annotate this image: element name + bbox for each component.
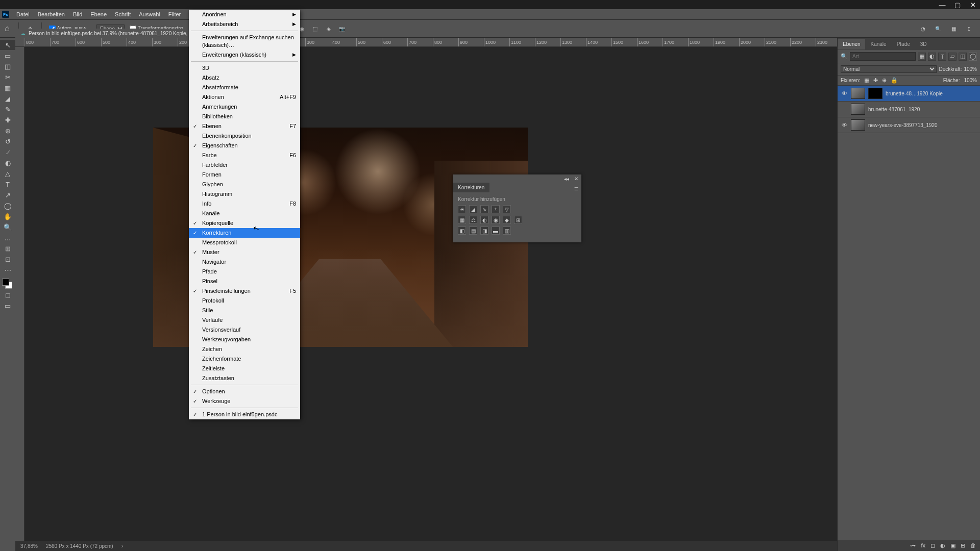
share-icon[interactable]: ↥ bbox=[965, 24, 973, 33]
panel-tab-pfade[interactable]: Pfade bbox=[892, 39, 915, 49]
levels-icon[interactable]: ◢ bbox=[469, 205, 477, 213]
gradient-map-icon[interactable]: ▬ bbox=[492, 227, 500, 235]
menu-item-navigator[interactable]: Navigator bbox=[189, 257, 300, 267]
tool-6[interactable]: ✎ bbox=[0, 104, 15, 114]
link-layers-icon[interactable]: ⊶ bbox=[910, 542, 916, 549]
3d-camera-icon[interactable]: 📷 bbox=[338, 24, 346, 33]
close-panel-icon[interactable]: ✕ bbox=[574, 176, 578, 182]
menu-item-1-person-in-bild-einf-gen-psdc[interactable]: ✓1 Person in bild einfügen.psdc bbox=[189, 410, 300, 419]
menu-item-farbfelder[interactable]: Farbfelder bbox=[189, 160, 300, 170]
search-icon[interactable]: 🔍 bbox=[934, 24, 942, 33]
menu-ebene[interactable]: Ebene bbox=[86, 10, 111, 19]
menu-item-pinsel[interactable]: Pinsel bbox=[189, 277, 300, 286]
panel-menu-icon[interactable]: ≡ bbox=[574, 185, 578, 193]
color-balance-icon[interactable]: ⚖ bbox=[469, 216, 477, 224]
menu-item-anmerkungen[interactable]: Anmerkungen bbox=[189, 102, 300, 112]
tool-21[interactable]: ⋯ bbox=[0, 265, 15, 275]
menu-item-arbeitsbereich[interactable]: Arbeitsbereich▶ bbox=[189, 19, 300, 29]
tool-3[interactable]: ✂ bbox=[0, 72, 15, 82]
menu-item-messprotokoll[interactable]: Messprotokoll bbox=[189, 238, 300, 247]
tool-4[interactable]: ▦ bbox=[0, 83, 15, 93]
lock-position-icon[interactable]: ✚ bbox=[873, 77, 878, 84]
workspace-icon[interactable]: ▦ bbox=[949, 24, 958, 33]
panel-tab-kanäle[interactable]: Kanäle bbox=[865, 39, 891, 49]
3d-icon[interactable]: ⬚ bbox=[311, 24, 320, 33]
collapse-panel-icon[interactable]: ◂◂ bbox=[564, 176, 569, 182]
lock-pixels-icon[interactable]: ▦ bbox=[864, 77, 869, 84]
ruler-origin[interactable] bbox=[15, 38, 24, 47]
menu-item-info[interactable]: InfoF8 bbox=[189, 199, 300, 209]
filter-type-icon[interactable]: T bbox=[938, 53, 946, 61]
menu-item-muster[interactable]: ✓Muster bbox=[189, 247, 300, 257]
menu-item-ebenenkomposition[interactable]: Ebenenkomposition bbox=[189, 131, 300, 141]
menu-item-absatz[interactable]: Absatz bbox=[189, 73, 300, 83]
tool-2[interactable]: ◫ bbox=[0, 61, 15, 71]
maximize-button[interactable]: ▢ bbox=[954, 2, 961, 8]
filter-search-icon[interactable]: 🔍 bbox=[841, 53, 848, 60]
menu-item-optionen[interactable]: ✓Optionen bbox=[189, 387, 300, 396]
menu-item-erweiterungen-auf-exchange-suchen-klassisch-[interactable]: Erweiterungen auf Exchange suchen (klass… bbox=[189, 33, 300, 50]
foreground-color[interactable] bbox=[2, 279, 9, 286]
menu-bearbeiten[interactable]: Bearbeiten bbox=[34, 10, 69, 19]
layer-thumbnail[interactable] bbox=[851, 119, 865, 131]
layer-name[interactable]: brunette-48…1920 Kopie bbox=[886, 91, 943, 96]
blend-mode-select[interactable]: Normal bbox=[841, 65, 937, 73]
quick-mask-icon[interactable]: ◻ bbox=[0, 290, 15, 300]
tool-1[interactable]: ▭ bbox=[0, 51, 15, 61]
selective-color-icon[interactable]: ▥ bbox=[503, 227, 511, 235]
tool-7[interactable]: ✚ bbox=[0, 115, 15, 125]
exposure-icon[interactable]: ± bbox=[492, 205, 500, 213]
adjustments-tab[interactable]: Korrekturen bbox=[453, 183, 489, 192]
invert-icon[interactable]: ◧ bbox=[458, 227, 466, 235]
layer-mask-thumbnail[interactable] bbox=[868, 88, 883, 99]
filter-pixel-icon[interactable]: ▦ bbox=[918, 53, 926, 61]
delete-layer-icon[interactable]: 🗑 bbox=[970, 542, 976, 548]
menu-auswahl[interactable]: Auswahl bbox=[135, 10, 164, 19]
layer-name[interactable]: new-years-eve-3897713_1920 bbox=[868, 122, 938, 128]
home-icon[interactable]: ⌂ bbox=[3, 24, 11, 33]
tool-13[interactable]: T bbox=[0, 179, 15, 189]
tool-20[interactable]: ⊡ bbox=[0, 254, 15, 264]
cloud-docs-icon[interactable]: ◔ bbox=[919, 24, 927, 33]
menu-item-zeichenformate[interactable]: Zeichenformate bbox=[189, 354, 300, 364]
menu-item-werkzeuge[interactable]: ✓Werkzeuge bbox=[189, 396, 300, 406]
tool-16[interactable]: ✋ bbox=[0, 211, 15, 221]
layer-row[interactable]: 👁brunette-48…1920 Kopie bbox=[838, 86, 980, 102]
menu-filter[interactable]: Filter bbox=[164, 10, 185, 19]
layer-row[interactable]: brunette-487061_1920 bbox=[838, 102, 980, 117]
menu-item-erweiterungen-klassisch-[interactable]: Erweiterungen (klassisch)▶ bbox=[189, 50, 300, 60]
menu-item-glyphen[interactable]: Glyphen bbox=[189, 180, 300, 189]
lock-all-icon[interactable]: 🔒 bbox=[891, 77, 898, 84]
menu-item-absatzformate[interactable]: Absatzformate bbox=[189, 83, 300, 92]
menu-item-farbe[interactable]: FarbeF6 bbox=[189, 151, 300, 160]
menu-datei[interactable]: Datei bbox=[12, 10, 34, 19]
menu-item-zusatztasten[interactable]: Zusatztasten bbox=[189, 373, 300, 383]
posterize-icon[interactable]: ▤ bbox=[469, 227, 477, 235]
tool-15[interactable]: ◯ bbox=[0, 201, 15, 211]
document-dimensions[interactable]: 2560 Px x 1440 Px (72 ppcm) bbox=[46, 543, 113, 549]
color-swatches[interactable] bbox=[0, 278, 15, 290]
menu-item-werkzeugvorgaben[interactable]: Werkzeugvorgaben bbox=[189, 335, 300, 344]
tool-14[interactable]: ↗ bbox=[0, 190, 15, 200]
menu-item-kan-le[interactable]: Kanäle bbox=[189, 209, 300, 218]
tool-19[interactable]: ⊞ bbox=[0, 243, 15, 254]
canvas-area[interactable]: 8007006005004003002001000100200300400500… bbox=[15, 38, 837, 551]
visibility-toggle-icon[interactable]: 👁 bbox=[841, 122, 848, 128]
channel-mixer-icon[interactable]: ◆ bbox=[503, 216, 511, 224]
hue-sat-icon[interactable]: ▦ bbox=[458, 216, 466, 224]
menu-item-stile[interactable]: Stile bbox=[189, 306, 300, 315]
tool-12[interactable]: △ bbox=[0, 168, 15, 179]
tool-9[interactable]: ↺ bbox=[0, 136, 15, 146]
menu-item-3d[interactable]: 3D bbox=[189, 63, 300, 73]
layer-name[interactable]: brunette-487061_1920 bbox=[868, 107, 920, 112]
minimize-button[interactable]: — bbox=[939, 2, 945, 8]
menu-item-korrekturen[interactable]: ✓Korrekturen bbox=[189, 228, 300, 238]
tool-0[interactable]: ↖ bbox=[0, 40, 15, 50]
layer-thumbnail[interactable] bbox=[851, 104, 865, 115]
color-lookup-icon[interactable]: ⊞ bbox=[514, 216, 522, 224]
adjustment-layer-icon[interactable]: ◐ bbox=[940, 542, 945, 549]
filter-shape-icon[interactable]: ▱ bbox=[948, 53, 957, 61]
close-button[interactable]: ✕ bbox=[970, 2, 976, 8]
vibrance-icon[interactable]: ▽ bbox=[503, 205, 511, 213]
status-chevron-icon[interactable]: › bbox=[121, 543, 123, 549]
